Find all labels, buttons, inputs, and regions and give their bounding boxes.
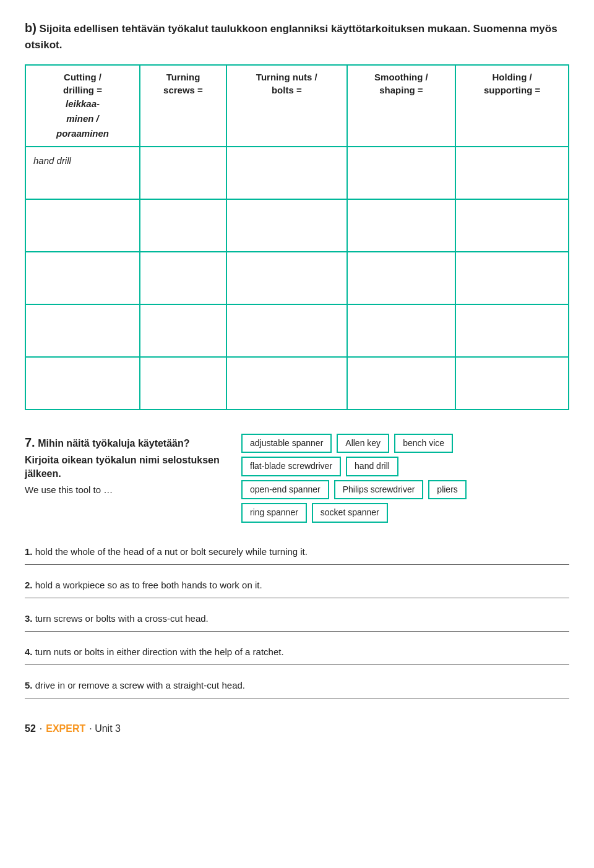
word-tags-row-4: ring spanner socket spanner [241,503,569,523]
table-cell-holding-3 [455,252,569,304]
footer-dot: · [40,722,42,736]
word-tags-row-1: adjustable spanner Allen key bench vice [241,434,569,453]
footer-unit: · Unit 3 [89,722,121,736]
table-row [25,357,569,410]
table-row: hand drill [25,147,569,199]
table-cell-cutting-5 [25,357,140,410]
word-tag-allen-key[interactable]: Allen key [337,434,389,453]
table-cell-cutting-1: hand drill [25,147,140,199]
word-tag-open-end-spanner[interactable]: open-end spanner [241,480,329,500]
question-line-3 [25,631,569,632]
section7-title-text: Mihin näitä työkaluja käytetään? [38,438,189,449]
section7-number: 7. [25,436,35,449]
table-cell-holding-4 [455,304,569,357]
question-text-4: 4. turn nuts or bolts in either directio… [25,645,569,658]
section7-subtitle: Kirjoita oikean työkalun nimi selostukse… [25,453,223,481]
section-b-title: b) Sijoita edellisen tehtävän työkalut t… [25,19,569,53]
table-cell-smoothing-5 [347,357,456,410]
section7-title: 7. Mihin näitä työkaluja käytetään? [25,434,223,451]
table-cell-screws-5 [140,357,226,410]
col-header-holding: Holding /supporting = [455,65,569,147]
table-cell-smoothing-3 [347,252,456,304]
table-cell-screws-3 [140,252,226,304]
word-tag-flat-blade-screwdriver[interactable]: flat-blade screwdriver [241,457,341,476]
table-cell-smoothing-4 [347,304,456,357]
handwritten-hand-drill: hand drill [33,155,71,166]
section7-layout: 7. Mihin näitä työkaluja käytetään? Kirj… [25,434,569,526]
col-header-cutting-line1: Cutting /drilling = [33,71,132,97]
question-line-2 [25,598,569,598]
table-cell-holding-1 [455,147,569,199]
word-tag-philips-screwdriver[interactable]: Philips screwdriver [334,480,424,500]
col-header-turning-nuts: Turning nuts /bolts = [226,65,347,147]
word-tag-adjustable-spanner[interactable]: adjustable spanner [241,434,332,453]
word-tag-bench-vice[interactable]: bench vice [394,434,453,453]
question-text-1: 1. hold the whole of the head of a nut o… [25,545,569,558]
word-tags-row-3: open-end spanner Philips screwdriver pli… [241,480,569,500]
question-line-1 [25,564,569,565]
table-cell-cutting-2 [25,199,140,252]
question-text-2: 2. hold a workpiece so as to free both h… [25,578,569,591]
footer: 52 · EXPERT · Unit 3 [25,722,569,736]
word-tags-row-2: flat-blade screwdriver hand drill [241,457,569,476]
table-cell-cutting-4 [25,304,140,357]
table-row [25,199,569,252]
col-header-turning-screws: Turningscrews = [140,65,226,147]
table-cell-nuts-3 [226,252,347,304]
section7-left: 7. Mihin näitä työkaluja käytetään? Kirj… [25,434,223,501]
table-cell-nuts-4 [226,304,347,357]
table-cell-holding-5 [455,357,569,410]
table-cell-smoothing-2 [347,199,456,252]
questions-section: 1. hold the whole of the head of a nut o… [25,545,569,698]
table-row [25,252,569,304]
question-item-2: 2. hold a workpiece so as to free both h… [25,578,569,598]
table-cell-screws-4 [140,304,226,357]
word-tag-socket-spanner[interactable]: socket spanner [312,503,388,523]
table-cell-holding-2 [455,199,569,252]
section-b-text: Sijoita edellisen tehtävän työkalut taul… [25,23,557,51]
col-header-smoothing: Smoothing /shaping = [347,65,456,147]
question-text-5: 5. drive in or remove a screw with a str… [25,679,569,692]
question-line-5 [25,698,569,698]
tools-table: Cutting /drilling = leikkaa-minen /poraa… [25,64,569,410]
table-cell-nuts-1 [226,147,347,199]
word-tag-ring-spanner[interactable]: ring spanner [241,503,307,523]
table-cell-nuts-5 [226,357,347,410]
word-tag-hand-drill[interactable]: hand drill [346,457,398,476]
col-header-cutting-handwriting: leikkaa-minen /poraaminen [33,97,132,141]
question-item-3: 3. turn screws or bolts with a cross-cut… [25,612,569,632]
table-cell-nuts-2 [226,199,347,252]
col-header-cutting: Cutting /drilling = leikkaa-minen /poraa… [25,65,140,147]
section7-container: 7. Mihin näitä työkaluja käytetään? Kirj… [25,434,569,526]
table-row [25,304,569,357]
table-header-row: Cutting /drilling = leikkaa-minen /poraa… [25,65,569,147]
question-line-4 [25,664,569,665]
question-item-4: 4. turn nuts or bolts in either directio… [25,645,569,665]
table-cell-screws-2 [140,199,226,252]
section7-right: adjustable spanner Allen key bench vice … [241,434,569,526]
question-text-3: 3. turn screws or bolts with a cross-cut… [25,612,569,625]
question-item-5: 5. drive in or remove a screw with a str… [25,679,569,698]
table-cell-screws-1 [140,147,226,199]
table-cell-smoothing-1 [347,147,456,199]
word-tag-pliers[interactable]: pliers [428,480,466,500]
table-cell-cutting-3 [25,252,140,304]
question-item-1: 1. hold the whole of the head of a nut o… [25,545,569,565]
section-b-bold: b) [25,21,37,35]
footer-page-number: 52 [25,722,36,736]
section7-instruction: We use this tool to … [25,483,223,496]
footer-brand: EXPERT [46,722,85,736]
